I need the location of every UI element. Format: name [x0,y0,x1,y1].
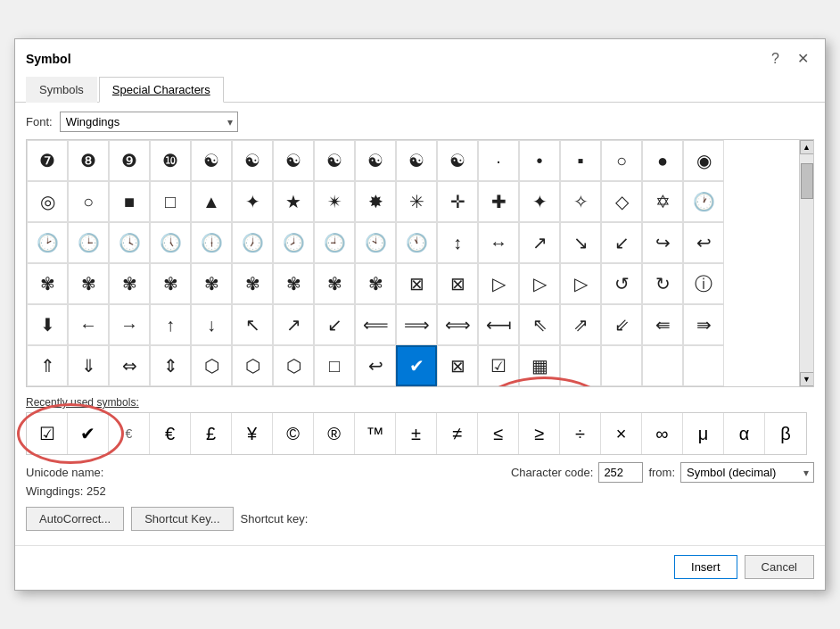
symbol-cell[interactable]: ❽ [68,140,109,181]
symbol-cell[interactable]: ✾ [232,263,273,304]
symbol-cell[interactable]: ↺ [601,263,642,304]
symbol-cell[interactable]: ✾ [273,263,314,304]
symbol-cell[interactable]: ▦ [519,345,560,386]
symbol-cell[interactable]: ⇗ [560,304,601,345]
font-select[interactable]: Wingdings Arial Times New Roman Symbol W… [60,112,238,132]
symbol-cell[interactable]: ☯ [232,140,273,181]
symbol-cell[interactable]: ⇔ [109,345,150,386]
symbol-cell[interactable]: ○ [601,140,642,181]
symbol-cell[interactable] [642,345,683,386]
symbol-cell[interactable] [683,345,724,386]
symbol-cell[interactable]: 🕐 [683,181,724,222]
symbol-cell[interactable]: ✧ [560,181,601,222]
recently-cell[interactable]: ± [396,413,437,454]
recently-cell[interactable]: ® [314,413,355,454]
symbol-cell[interactable]: ✾ [355,263,396,304]
recently-cell[interactable]: ≥ [519,413,560,454]
close-button[interactable]: ✕ [792,48,814,69]
symbol-cell[interactable] [560,345,601,386]
symbol-cell[interactable]: ⊠ [437,263,478,304]
symbol-cell[interactable]: ⇛ [683,304,724,345]
recently-cell[interactable]: μ [683,413,724,454]
symbol-cell[interactable]: ▷ [560,263,601,304]
symbol-cell[interactable]: ⇖ [519,304,560,345]
symbol-cell[interactable]: ⟺ [437,304,478,345]
recently-cell[interactable]: © [273,413,314,454]
symbol-cell[interactable]: ✚ [478,181,519,222]
symbol-cell[interactable]: ☯ [314,140,355,181]
symbol-cell[interactable]: ⓘ [683,263,724,304]
symbol-cell[interactable]: ✴ [314,181,355,222]
recently-cell[interactable]: ≤ [478,413,519,454]
symbol-cell[interactable]: ✡ [642,181,683,222]
symbol-cell[interactable]: ✾ [109,263,150,304]
symbol-cell[interactable]: · [478,140,519,181]
symbol-cell[interactable]: ↖ [232,304,273,345]
recently-cell[interactable]: € [150,413,191,454]
symbol-cell[interactable]: 🕙 [355,222,396,263]
symbol-cell[interactable]: ◎ [27,181,68,222]
symbol-cell[interactable]: 🕗 [273,222,314,263]
symbol-cell[interactable]: ■ [109,181,150,222]
symbol-cell[interactable]: ↗ [273,304,314,345]
scroll-down-button[interactable]: ▼ [800,372,814,386]
symbol-cell-selected[interactable]: ✔ [396,345,437,386]
symbol-cell[interactable]: 🕓 [109,222,150,263]
insert-button[interactable]: Insert [674,555,737,579]
symbol-cell[interactable]: ✾ [314,263,355,304]
symbol-cell[interactable]: → [109,304,150,345]
symbol-cell[interactable]: ↑ [150,304,191,345]
symbol-cell[interactable]: ✦ [232,181,273,222]
symbol-cell[interactable]: ↙ [601,222,642,263]
symbol-cell[interactable]: ☯ [191,140,232,181]
tab-special-characters[interactable]: Special Characters [99,77,224,103]
symbol-cell[interactable]: ☯ [437,140,478,181]
symbol-cell[interactable]: ⇑ [27,345,68,386]
recently-cell[interactable]: × [601,413,642,454]
symbol-cell[interactable]: ↗ [519,222,560,263]
recently-cell[interactable]: ✔ [68,413,109,454]
symbol-cell[interactable] [601,345,642,386]
symbol-cell[interactable]: ↻ [642,263,683,304]
symbol-cell[interactable]: ✸ [355,181,396,222]
symbol-cell[interactable]: ⬡ [273,345,314,386]
from-select[interactable]: Symbol (decimal) Unicode (decimal) Unico… [680,462,814,483]
symbol-cell[interactable]: ● [642,140,683,181]
scrollbar-track[interactable] [800,154,813,372]
help-button[interactable]: ? [766,49,785,69]
symbol-grid-scrollbar[interactable]: ▲ ▼ [799,140,813,386]
symbol-cell[interactable]: ⬡ [232,345,273,386]
symbol-cell[interactable]: ☯ [273,140,314,181]
symbol-cell[interactable]: ← [68,304,109,345]
symbol-cell[interactable]: ✾ [27,263,68,304]
symbol-cell[interactable]: ◉ [683,140,724,181]
symbol-cell[interactable]: 🕑 [27,222,68,263]
symbol-cell[interactable]: ✦ [519,181,560,222]
symbol-cell[interactable]: ☯ [396,140,437,181]
symbol-cell[interactable]: ↙ [314,304,355,345]
char-code-input[interactable] [598,462,643,483]
symbol-cell[interactable]: 🕔 [150,222,191,263]
autocorrect-button[interactable]: AutoCorrect... [26,507,124,531]
symbol-cell[interactable]: ▷ [519,263,560,304]
symbol-cell[interactable]: ↩ [355,345,396,386]
symbol-cell[interactable]: □ [150,181,191,222]
recently-cell[interactable]: ¥ [232,413,273,454]
symbol-cell[interactable]: ↘ [560,222,601,263]
recently-cell[interactable]: α [724,413,765,454]
symbol-cell[interactable]: ✛ [437,181,478,222]
symbol-cell[interactable]: ↓ [191,304,232,345]
recently-cell[interactable]: β [765,413,806,454]
symbol-cell[interactable]: ⇓ [68,345,109,386]
recently-cell[interactable]: ≠ [437,413,478,454]
tab-symbols[interactable]: Symbols [26,77,97,103]
shortcut-key-button[interactable]: Shortcut Key... [131,507,233,531]
symbol-cell[interactable]: 🕘 [314,222,355,263]
symbol-cell[interactable]: ✳ [396,181,437,222]
symbol-cell[interactable]: ⬡ [191,345,232,386]
symbol-cell[interactable]: ⊠ [437,345,478,386]
recently-cell[interactable]: € [109,413,150,454]
symbol-cell[interactable]: 🕚 [396,222,437,263]
scrollbar-thumb[interactable] [801,163,813,199]
symbol-cell[interactable]: ✾ [150,263,191,304]
